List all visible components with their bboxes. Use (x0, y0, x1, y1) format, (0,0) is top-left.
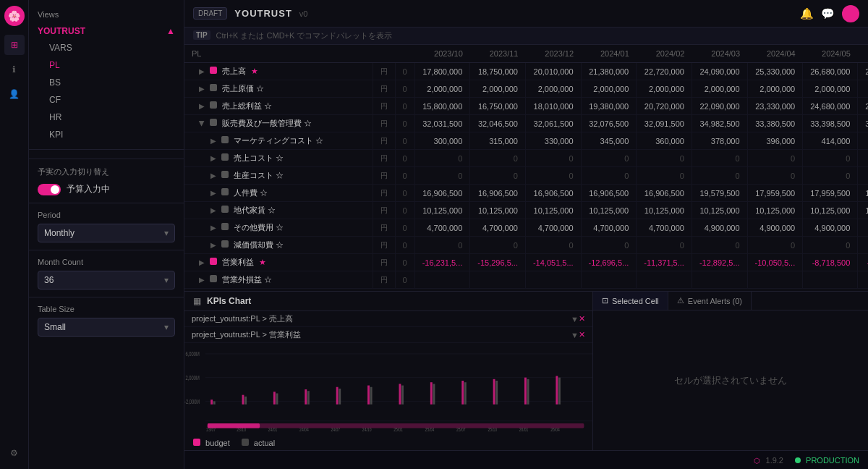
notification-icon[interactable]: 🔔 (800, 7, 814, 20)
table-size-value: Small (44, 322, 66, 332)
row-label-uriage: ▶ 売上高 ★ (184, 63, 373, 80)
table-row[interactable]: ▶ 営業利益 ★ 円 0 -16,231,5... -15,296,5... -… (184, 254, 868, 271)
help-icon[interactable]: 💬 (821, 7, 835, 20)
svg-text:-2,000M: -2,000M (184, 397, 200, 405)
chart-title: KPIs Chart (207, 296, 251, 306)
chart-panel: ▦ KPIs Chart project_youtrust:PL > 売上高 ▼… (184, 292, 593, 450)
col-header-2024-03: 2024/03 (692, 45, 747, 63)
budget-toggle-switch[interactable] (38, 184, 61, 195)
col-header-2024-02: 2024/02 (637, 45, 692, 63)
budget-toggle-panel: 予実の入力切り替え 予算入力中 (29, 159, 184, 203)
table-row[interactable]: ▶ その他費用 ☆ 円 0 4,700,000 4,700,000 4,700,… (184, 219, 868, 237)
chart-legend: budget actual (184, 436, 592, 450)
col-header-ccy (373, 45, 395, 63)
topbar-icons: 🔔 💬 (800, 5, 859, 22)
bottom-panel: ▦ KPIs Chart project_youtrust:PL > 売上高 ▼… (184, 291, 868, 450)
table-row[interactable]: ▶ 売上原価 ☆ 円 0 2,000,000 2,000,000 2,000,0… (184, 80, 868, 98)
nav-icon-info[interactable]: ℹ (4, 59, 25, 80)
alert-icon: ⚠ (677, 296, 684, 305)
status-bar: ⬡ 1.9.2 PRODUCTION (184, 450, 868, 469)
sidebar-item-hr[interactable]: HR (29, 109, 184, 126)
sidebar-views-header: Views (29, 6, 184, 23)
table-row[interactable]: ▶ マーケティングコスト ☆ 円 0 300,000 315,000 330,0… (184, 132, 868, 150)
main-area: DRAFT YOUTRUST v0 🔔 💬 TIP Ctrl+K または CMD… (184, 0, 868, 469)
svg-rect-44 (208, 423, 260, 428)
budget-toggle-sub: 予算入力中 (67, 183, 110, 195)
user-avatar[interactable] (842, 5, 859, 22)
col-header-2023-12: 2023/12 (525, 45, 581, 63)
tab-selected-cell[interactable]: ⊡ Selected Cell (593, 292, 668, 310)
data-table-area[interactable]: PL 2023/10 2023/11 2023/12 2024/01 2024/… (184, 45, 868, 291)
period-label: Period (38, 211, 175, 219)
svg-rect-28 (527, 379, 529, 405)
nav-icon-users[interactable]: 👤 (4, 84, 25, 104)
svg-rect-23 (461, 381, 464, 405)
kpi-row-1[interactable]: project_youtrust:PL > 売上高 ▼ ✕ (184, 311, 592, 327)
month-count-value: 36 (44, 275, 54, 285)
svg-rect-15 (336, 387, 339, 405)
svg-rect-30 (558, 378, 561, 405)
col-header-2023-11: 2023/11 (470, 45, 526, 63)
col-header-label: PL (184, 45, 373, 63)
svg-rect-21 (430, 382, 433, 405)
right-panel-content: セルが選択されていません (593, 310, 868, 450)
legend-budget: budget (193, 439, 230, 447)
right-panel: ⊡ Selected Cell ⚠ Event Alerts (0) セルが選択… (593, 292, 868, 450)
svg-rect-20 (401, 386, 404, 405)
nav-icon-settings[interactable]: ⚙ (4, 443, 25, 463)
legend-actual-dot (242, 439, 249, 446)
kpi-row-1-close[interactable]: ✕ (579, 314, 585, 324)
col-header-2023-10: 2023/10 (414, 45, 470, 63)
env-status-dot (795, 457, 801, 463)
legend-actual: actual (242, 439, 275, 447)
nav-icon-home[interactable]: ⊞ (4, 35, 25, 55)
svg-rect-26 (495, 381, 498, 405)
table-size-arrow-icon: ▾ (164, 322, 169, 332)
table-row[interactable]: ▶ 人件費 ☆ 円 0 16,906,500 16,906,500 16,906… (184, 185, 868, 202)
chart-area: 6,000M 2,000M -2,000M (184, 343, 592, 436)
budget-toggle-title: 予実の入力切り替え (38, 166, 175, 177)
table-row[interactable]: ▶ 生産コスト ☆ 円 0 0 0 0 0 0 0 0 0 0 0 (184, 167, 868, 185)
table-row[interactable]: ▶ 売上コスト ☆ 円 0 0 0 0 0 0 0 0 0 0 0 (184, 150, 868, 167)
right-panel-tabs: ⊡ Selected Cell ⚠ Event Alerts (0) (593, 292, 868, 310)
col-header-2024-04: 2024/04 (747, 45, 803, 63)
svg-rect-14 (307, 391, 310, 405)
sidebar-item-cf[interactable]: CF (29, 91, 184, 109)
sidebar-item-vars[interactable]: VARS (29, 39, 184, 56)
table-size-select[interactable]: Small ▾ (38, 318, 175, 337)
svg-rect-25 (493, 379, 495, 405)
tab-event-alerts[interactable]: ⚠ Event Alerts (0) (668, 292, 752, 310)
table-row[interactable]: ▶ 売上高 ★ 円 0 17,800,000 18,750,000 20,010… (184, 63, 868, 80)
sidebar-item-bs[interactable]: BS (29, 74, 184, 91)
svg-rect-29 (556, 376, 558, 404)
svg-rect-19 (399, 384, 401, 404)
kpi-row-1-expand[interactable]: ▼ (571, 315, 579, 324)
env-label: PRODUCTION (806, 456, 859, 465)
kpi-row-1-label: project_youtrust:PL > 売上高 (192, 313, 571, 324)
table-row[interactable]: ▶ 減価償却費 ☆ 円 0 0 0 0 0 0 0 0 0 0 0 (184, 237, 868, 254)
sidebar-item-pl[interactable]: PL (29, 56, 184, 74)
table-row[interactable]: ▶ 営業外損益 ☆ 円 0 (184, 271, 868, 289)
table-row[interactable]: ▶ 地代家賃 ☆ 円 0 10,125,000 10,125,000 10,12… (184, 202, 868, 219)
tip-label: TIP (193, 30, 210, 40)
kpi-row-2[interactable]: project_youtrust:PL > 営業利益 ▼ ✕ (184, 327, 592, 343)
svg-rect-43 (208, 423, 584, 428)
svg-rect-13 (305, 389, 307, 405)
table-row[interactable]: ▶ 販売費及び一般管理費 ☆ 円 0 32,031,500 32,046,500… (184, 115, 868, 132)
icon-bar: 🌸 ⊞ ℹ 👤 ⚙ (0, 0, 29, 469)
kpi-row-2-expand[interactable]: ▼ (571, 331, 579, 339)
svg-text:6,000M: 6,000M (185, 350, 199, 358)
table-row[interactable]: ▶ 売上総利益 ☆ 円 0 15,800,000 16,750,000 18,0… (184, 98, 868, 115)
month-count-select[interactable]: 36 ▾ (38, 271, 175, 290)
svg-rect-17 (367, 386, 370, 405)
svg-rect-27 (524, 378, 527, 405)
table-size-label: Table Size (38, 305, 175, 313)
sidebar-divider-1 (29, 149, 184, 150)
svg-rect-22 (433, 384, 435, 404)
tip-text: Ctrl+K または CMD+K でコマンドパレットを表示 (216, 30, 393, 41)
kpi-row-2-close[interactable]: ✕ (579, 330, 585, 339)
period-select[interactable]: Monthly ▾ (38, 224, 175, 242)
sidebar-item-kpi[interactable]: KPI (29, 126, 184, 143)
svg-rect-16 (339, 389, 341, 405)
month-count-control: Month Count 36 ▾ (29, 250, 184, 297)
